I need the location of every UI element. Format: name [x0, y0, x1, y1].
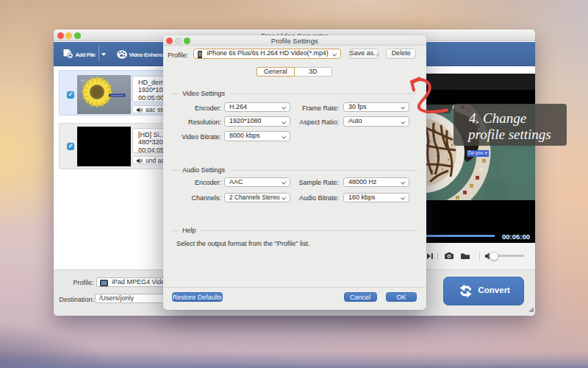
svg-text:JVC: JVC: [81, 79, 86, 82]
